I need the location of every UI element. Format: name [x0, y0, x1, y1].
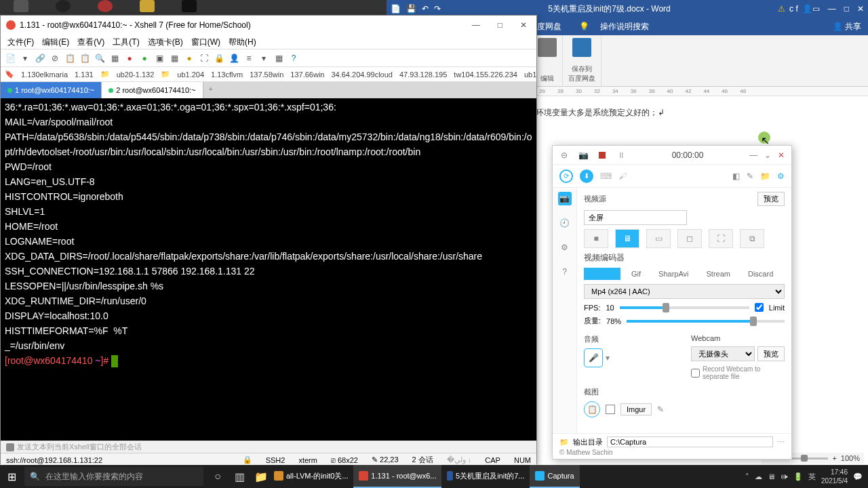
encoder-discard[interactable]: Discard — [741, 268, 780, 280]
pencil-icon[interactable]: ✎ — [747, 171, 753, 181]
conn-item[interactable]: 47.93.128.195 — [399, 70, 447, 79]
keyboard-icon[interactable]: ⌨ — [600, 171, 612, 181]
baidu-icon[interactable] — [572, 38, 591, 57]
conn-item[interactable]: 137.58win — [250, 70, 283, 79]
connect-icon[interactable]: 🔗 — [35, 53, 45, 64]
tb-icon[interactable]: ● — [124, 53, 135, 64]
help-icon[interactable]: ? — [288, 53, 299, 64]
menu-tools[interactable]: 工具(T) — [110, 36, 142, 47]
tb-icon[interactable]: ≡ — [243, 53, 254, 64]
minimize-icon[interactable]: — — [749, 150, 757, 160]
mode-webcam-icon[interactable]: ■ — [584, 229, 608, 248]
edit-icon[interactable] — [538, 38, 557, 57]
encoder-sharpavi[interactable]: SharpAvi — [652, 268, 695, 280]
menu-help[interactable]: 帮助(H) — [226, 36, 259, 47]
clipboard-icon[interactable]: 📋 — [584, 401, 600, 418]
encoder-ffmpeg[interactable] — [584, 268, 620, 280]
webcam-preview-button[interactable]: 预览 — [757, 346, 785, 361]
taskview-icon[interactable]: ▥ — [232, 469, 247, 484]
desktop-icon[interactable] — [98, 0, 113, 12]
cortana-icon[interactable]: ○ — [210, 469, 225, 484]
menu-file[interactable]: 文件(F) — [5, 36, 37, 47]
gear-icon[interactable]: ⚙ — [777, 171, 785, 181]
sidebar-help-icon[interactable]: ? — [558, 265, 572, 279]
menu-view[interactable]: 查看(V) — [75, 36, 107, 47]
notifications-icon[interactable]: 💬 — [853, 472, 863, 481]
edit-icon[interactable]: ✎ — [657, 405, 664, 414]
qat-save-icon[interactable]: 💾 — [406, 4, 416, 14]
terminal-tab[interactable]: 2 root@wx604174410:~ — [102, 82, 203, 98]
close-icon[interactable]: ✕ — [778, 150, 785, 160]
ribbon-opts-icon[interactable]: ▭ — [812, 4, 820, 14]
more-icon[interactable]: ⋯ — [777, 438, 785, 447]
conn-item[interactable]: 1.13cflvm — [211, 70, 243, 79]
conn-item[interactable]: 1.131 — [75, 70, 94, 79]
encoder-gif[interactable]: Gif — [625, 268, 648, 280]
word-user[interactable]: c f — [789, 4, 798, 14]
word-warn-icon[interactable]: ⚠ — [778, 4, 785, 14]
conn-item[interactable]: ub1.136 — [524, 70, 536, 79]
close-icon[interactable]: ✕ — [857, 4, 864, 14]
new-session-icon[interactable]: 📄 — [5, 53, 16, 64]
mode-link-icon[interactable]: ⧉ — [740, 229, 764, 248]
tray-icon[interactable]: ☁ — [755, 472, 762, 481]
qat-undo-icon[interactable]: ↶ — [422, 4, 429, 14]
sidebar-camera-icon[interactable]: 📷 — [558, 192, 572, 205]
tell-me[interactable]: 操作说明搜索 — [600, 21, 649, 33]
desktop-icon[interactable] — [56, 0, 71, 12]
maximize-icon[interactable]: □ — [844, 4, 849, 14]
desktop-icon[interactable] — [14, 0, 28, 12]
output-path-input[interactable] — [607, 436, 773, 447]
tb-icon[interactable]: ● — [184, 53, 195, 64]
record-button[interactable] — [597, 150, 607, 160]
webcam-select[interactable]: 无摄像头 — [691, 346, 755, 361]
maximize-icon[interactable]: □ — [494, 19, 507, 31]
xshell-broadcast-bar[interactable]: 发送文本到当前Xshell窗口的全部会话 — [1, 441, 536, 453]
open-icon[interactable]: ▾ — [20, 53, 31, 64]
close-icon[interactable]: ✕ — [516, 19, 531, 31]
snapshot-icon[interactable]: 📷 — [578, 150, 588, 160]
tray-ime[interactable]: 英 — [808, 472, 816, 482]
paste-icon[interactable]: 📋 — [79, 53, 90, 64]
encoder-stream[interactable]: Stream — [700, 268, 737, 280]
tray-up-icon[interactable]: ˄ — [745, 472, 749, 481]
copy-icon[interactable]: 📋 — [64, 53, 75, 64]
tb-icon[interactable]: ● — [139, 53, 150, 64]
task-item[interactable]: all-LVM-的init0关... — [269, 465, 353, 488]
taskbar-search[interactable]: 🔍 在这里输入你要搜索的内容 — [24, 467, 203, 486]
menu-tabs[interactable]: 选项卡(B) — [145, 36, 186, 47]
start-button[interactable]: ⊞ — [0, 465, 23, 488]
video-source-input[interactable] — [584, 210, 687, 225]
quality-slider[interactable] — [627, 320, 785, 323]
tb-icon[interactable]: 🔒 — [214, 53, 224, 64]
minimize-icon[interactable]: — — [828, 4, 836, 14]
sidebar-settings-icon[interactable]: ⚙ — [558, 241, 572, 254]
share-btn[interactable]: 共享 — [845, 22, 861, 31]
find-icon[interactable]: 🔍 — [94, 53, 105, 64]
task-item[interactable]: 5关机重启及init的7... — [441, 465, 530, 488]
eraser-icon[interactable]: ◧ — [732, 171, 740, 181]
mic-icon[interactable]: 🎤 — [584, 348, 603, 367]
mode-window-icon[interactable]: ▭ — [646, 229, 671, 248]
record-separate-checkbox[interactable] — [691, 369, 700, 378]
tray-icon[interactable]: 🖥 — [768, 472, 775, 481]
tray-clock[interactable]: 17:46 2021/5/4 — [821, 468, 848, 485]
conn-item[interactable]: 34.64.204.99cloud — [331, 70, 393, 79]
mode-screen-icon[interactable]: 🖥 — [615, 229, 639, 248]
conn-item[interactable]: ub1.204 — [177, 70, 204, 79]
format-select[interactable]: Mp4 (x264 | AAC) — [584, 284, 785, 299]
explorer-icon[interactable]: 📁 — [254, 469, 269, 484]
pause-icon[interactable]: ⏸ — [616, 150, 626, 160]
menu-window[interactable]: 窗口(W) — [189, 36, 223, 47]
mode-fullscreen-icon[interactable]: ⛶ — [709, 229, 733, 248]
task-item[interactable]: 1.131 - root@wx6... — [353, 465, 441, 488]
conn-item[interactable]: 137.66win — [290, 70, 324, 79]
tb-icon[interactable]: ▦ — [273, 53, 284, 64]
minimize-icon[interactable]: — — [468, 19, 484, 31]
preview-button[interactable]: 预览 — [757, 192, 785, 206]
tb-icon[interactable]: ▾ — [258, 53, 269, 64]
tb-icon[interactable]: ▣ — [154, 53, 165, 64]
conn-item[interactable]: ub20-1.132 — [117, 70, 155, 79]
conn-item[interactable]: tw104.155.226.234 — [454, 70, 517, 79]
xshell-titlebar[interactable]: 1.131 - root@wx604174410:~ - Xshell 7 (F… — [1, 16, 536, 35]
